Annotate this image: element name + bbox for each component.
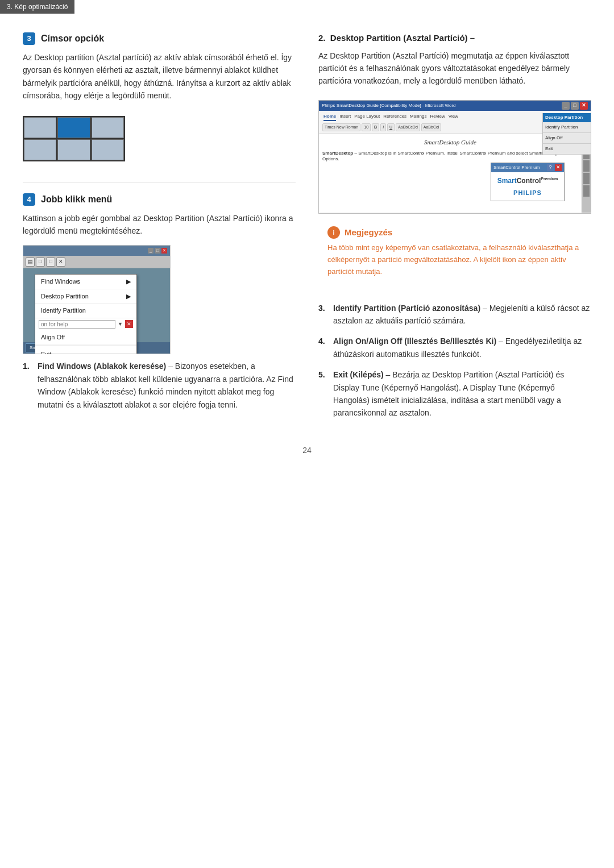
- cm-arrow-desktop-partition: ▶: [126, 292, 131, 301]
- toolbar-btn-3[interactable]: □: [46, 258, 55, 267]
- pg-cell-1: [24, 117, 56, 138]
- section4-body: Kattinson a jobb egér gombbal az Desktop…: [23, 212, 296, 238]
- toolbar-strip: ▤ □ □ ✕: [23, 256, 170, 268]
- section3-body: Az Desktop partition (Asztal partíció) a…: [23, 51, 296, 102]
- partition-grid-image: [23, 116, 125, 161]
- pg-cell-3: [92, 117, 124, 138]
- sc-logo-smart: Smart: [497, 177, 517, 185]
- ribbon-style-2[interactable]: AaBbCcI: [421, 123, 442, 132]
- section4-title: Jobb klikk menü: [41, 193, 112, 206]
- word-screenshot: Philips SmartDesktop Guide [Compatibilit…: [318, 100, 591, 214]
- nl-term-5: Exit (Kilépés): [333, 370, 384, 379]
- svg-text:i: i: [333, 230, 335, 236]
- section3-title: Címsor opciók: [41, 32, 104, 45]
- ribbon-btn-size[interactable]: 10: [362, 123, 371, 132]
- tab-references[interactable]: References: [383, 113, 406, 121]
- nl-content-3: Identify Partition (Partíció azonosítása…: [333, 302, 591, 327]
- tab-insert[interactable]: Insert: [339, 113, 351, 121]
- ribbon-btn-underline[interactable]: U: [387, 123, 395, 132]
- dp-panel-item-exit[interactable]: Exit: [543, 144, 591, 155]
- cm-item-find-windows[interactable]: Find Windows ▶: [35, 275, 136, 289]
- ribbon-style-1[interactable]: AaBbCcDd: [396, 123, 420, 132]
- nl-content-5: Exit (Kilépés) – Bezárja az Desktop Part…: [333, 368, 591, 420]
- note-body: Ha több mint egy képernyő van csatlakozt…: [327, 242, 582, 277]
- nl-num-1: 1.: [23, 360, 33, 411]
- section3-heading: 3 Címsor opciók: [23, 32, 296, 45]
- nl-dash-4: –: [499, 337, 505, 346]
- cm-dropdown-arrow[interactable]: ▼: [118, 321, 123, 329]
- nl-content-1: Find Windows (Ablakok keresése) – Bizony…: [38, 360, 296, 411]
- sc-logo-premium: Premium: [541, 177, 558, 181]
- cm-item-identify-partition[interactable]: Identify Partition: [35, 304, 136, 318]
- sc-question-btn[interactable]: ?: [547, 164, 554, 171]
- smartdesktop-heading: SmartDesktop Guide: [322, 138, 578, 147]
- word-maximize-btn[interactable]: □: [571, 102, 579, 110]
- pg-cell-6: [92, 139, 124, 160]
- sc-close-btn[interactable]: ✕: [555, 164, 562, 171]
- section2-title: Desktop Partition (Asztal Partíció): [330, 33, 468, 43]
- dp-panel-item-align[interactable]: Align Off: [543, 134, 591, 144]
- section2-heading-area: 2. Desktop Partition (Asztal Partíció) –…: [318, 32, 591, 95]
- sc-dialog-title: SmartControl Premium: [493, 164, 540, 171]
- note-heading: i Megjegyzés: [327, 226, 582, 239]
- sb-block-3: [583, 160, 590, 172]
- word-minimize-btn[interactable]: _: [562, 102, 570, 110]
- cm-item-desktop-partition[interactable]: Desktop Partition ▶: [35, 289, 136, 304]
- section2-number: 2.: [318, 33, 326, 43]
- section2-dash: –: [470, 33, 475, 43]
- smartdesktop-bold: SmartDesktop: [322, 151, 353, 156]
- toolbar-btn-4[interactable]: ✕: [56, 258, 65, 267]
- maximize-icon[interactable]: □: [155, 248, 160, 254]
- cm-label-align-off: Align Off: [41, 333, 65, 342]
- cm-label-identify-partition: Identify Partition: [41, 306, 86, 315]
- numbered-item-1: 1. Find Windows (Ablakok keresése) – Biz…: [23, 360, 296, 411]
- tab-view[interactable]: View: [449, 113, 458, 121]
- nl-dash-1: –: [168, 362, 175, 371]
- sc-logo-control: Control: [517, 177, 541, 185]
- section2-title-line: 2. Desktop Partition (Asztal Partíció) –: [318, 32, 591, 45]
- section-divider: [23, 182, 296, 182]
- sc-logo: SmartControlPremium: [496, 176, 559, 186]
- tab-review[interactable]: Review: [430, 113, 445, 121]
- close-icon[interactable]: ✕: [161, 248, 167, 254]
- page-number: 24: [23, 445, 591, 468]
- numbered-item-5: 5. Exit (Kilépés) – Bezárja az Desktop P…: [318, 368, 591, 420]
- chapter-label: 3. Kép optimalizáció: [0, 0, 74, 14]
- tab-page-layout[interactable]: Page Layout: [354, 113, 380, 121]
- note-box: i Megjegyzés Ha több mint egy képernyő v…: [318, 219, 591, 285]
- word-close-btn[interactable]: ✕: [580, 102, 588, 110]
- ribbon-btn-italic[interactable]: I: [380, 123, 386, 132]
- cm-item-exit[interactable]: Exit: [35, 347, 136, 354]
- cm-search-input[interactable]: [39, 320, 115, 329]
- word-title-text: Philips SmartDesktop Guide [Compatibilit…: [322, 102, 456, 109]
- cm-label-find-windows: Find Windows: [41, 277, 80, 286]
- note-title: Megjegyzés: [345, 226, 392, 239]
- tab-mailings[interactable]: Mailings: [410, 113, 426, 121]
- ribbon-btn-font[interactable]: Times New Roman: [322, 123, 360, 132]
- minimize-icon[interactable]: _: [148, 248, 154, 254]
- nl-term-3: Identify Partition (Partíció azonosítása…: [333, 304, 480, 313]
- pg-cell-4: [24, 139, 56, 160]
- philips-logo: PHILIPS: [496, 188, 559, 198]
- nl-term-1: Find Windows (Ablakok keresése): [38, 362, 166, 371]
- section4-heading: 4 Jobb klikk menü: [23, 193, 296, 206]
- cm-clear-button[interactable]: ✕: [125, 320, 133, 328]
- nl-num-3: 3.: [318, 302, 329, 327]
- ribbon-btn-bold[interactable]: B: [372, 123, 379, 132]
- smart-note-text: SmartDesktop – SmartDesktop is in SmartC…: [322, 151, 578, 163]
- numbered-list-right: 3. Identify Partition (Partíció azonosít…: [318, 302, 591, 427]
- toolbar-btn-1[interactable]: ▤: [26, 258, 35, 267]
- cm-label-exit: Exit: [41, 350, 51, 354]
- sb-block-4: [583, 173, 590, 184]
- nl-num-4: 4.: [318, 335, 329, 360]
- cm-arrow-find-windows: ▶: [126, 277, 131, 286]
- cm-item-align-off[interactable]: Align Off: [35, 330, 136, 345]
- word-titlebar: Philips SmartDesktop Guide [Compatibilit…: [319, 101, 591, 111]
- toolbar-btn-2[interactable]: □: [36, 258, 45, 267]
- tab-home[interactable]: Home: [323, 113, 336, 121]
- sc-dialog-titlebar: SmartControl Premium ? ✕: [491, 163, 564, 172]
- section3-badge: 3: [23, 32, 35, 45]
- smartcontrol-dialog: SmartControl Premium ? ✕ SmartControlPre…: [491, 163, 565, 202]
- pg-cell-2: [57, 117, 90, 138]
- section2-body: Az Desktop Partition (Asztal Partíció) m…: [318, 49, 591, 88]
